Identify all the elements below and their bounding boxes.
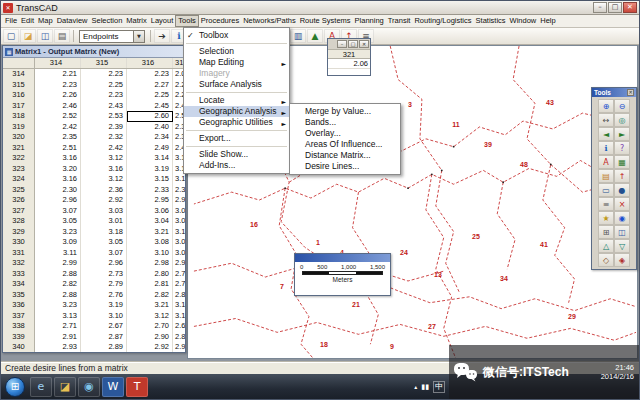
menu-item-slide-show[interactable]: Slide Show... xyxy=(184,149,289,160)
select-region-icon[interactable]: ▭ xyxy=(598,183,614,197)
matrix-cell[interactable]: 2.21 xyxy=(35,69,81,80)
matrix-cell[interactable]: 3.16 xyxy=(35,174,81,185)
network-icon[interactable]: ▮▮ xyxy=(421,383,429,391)
matrix-cell[interactable]: 3.23 xyxy=(35,227,81,238)
matrix-cell[interactable]: 3.19 xyxy=(81,300,127,311)
menu-statistics[interactable]: Statistics xyxy=(474,15,508,27)
matrix-cell[interactable]: 3.14 xyxy=(127,153,173,164)
matrix-cell[interactable]: 2.98 xyxy=(127,258,173,269)
matrix-cell[interactable]: 2.06 xyxy=(328,59,370,69)
matrix-cell[interactable]: 2.96 xyxy=(81,258,127,269)
matrix-cell[interactable]: 2.70 xyxy=(127,321,173,332)
matrix-cell[interactable]: 2.26 xyxy=(35,90,81,101)
matrix-cell[interactable]: 2.82 xyxy=(127,290,173,301)
matrix-cell[interactable]: 3.05 xyxy=(35,216,81,227)
matrix-row-label[interactable]: 334 xyxy=(3,279,35,290)
save-view-icon[interactable]: ◫ xyxy=(614,225,630,239)
language-indicator[interactable]: 中 xyxy=(433,381,445,393)
matrix-cell[interactable]: 2.79 xyxy=(81,279,127,290)
menu-tools[interactable]: Tools xyxy=(175,15,199,27)
menu-matrix[interactable]: Matrix xyxy=(124,15,148,27)
matrix-cell[interactable]: 3.08 xyxy=(173,248,186,259)
matrix-cell[interactable]: 2.91 xyxy=(35,332,81,343)
matrix-cell[interactable]: 2.35 xyxy=(35,132,81,143)
palette-close-icon[interactable]: ✕ xyxy=(627,89,634,96)
menu-item-imagery[interactable]: Imagery xyxy=(184,68,289,79)
minimize-button[interactable]: – xyxy=(593,2,607,13)
down-icon[interactable]: ▽ xyxy=(614,239,630,253)
taskbar-clock[interactable]: 21:46 2014/2/16 xyxy=(601,363,634,381)
matrix-window-titlebar[interactable]: ▦ Matrix1 - Output Matrix (New) xyxy=(3,46,185,58)
tray-chevron-icon[interactable]: ▴ xyxy=(414,383,417,390)
matrix-row-label[interactable]: 326 xyxy=(3,195,35,206)
matrix-row-label[interactable]: 319 xyxy=(3,122,35,133)
matrix-cell[interactable]: 3.06 xyxy=(127,206,173,217)
center-map-icon[interactable]: ◎ xyxy=(614,113,630,127)
tools-palette-titlebar[interactable]: Tools ✕ xyxy=(592,88,636,97)
matrix-row-label[interactable]: 337 xyxy=(3,311,35,322)
matrix-cell[interactable]: 2.87 xyxy=(81,332,127,343)
internet-explorer-icon[interactable]: e xyxy=(30,377,52,397)
matrix-cell[interactable]: 2.32 xyxy=(81,132,127,143)
menu-dataview[interactable]: Dataview xyxy=(55,15,90,27)
matrix-cell[interactable]: 2.34 xyxy=(127,132,173,143)
new-file-icon[interactable]: ▢ xyxy=(3,29,19,43)
measure-icon[interactable]: ≡ xyxy=(598,197,614,211)
matrix-cell[interactable]: 3.10 xyxy=(127,248,173,259)
menu-procedures[interactable]: Procedures xyxy=(199,15,241,27)
matrix-cell[interactable]: 2.42 xyxy=(35,122,81,133)
matrix-cell[interactable]: 3.19 xyxy=(173,227,186,238)
matrix-cell[interactable]: 3.10 xyxy=(173,311,186,322)
menu-route-systems[interactable]: Route Systems xyxy=(298,15,353,27)
delete-icon[interactable]: × xyxy=(614,197,630,211)
close-button[interactable]: ✕ xyxy=(623,2,637,13)
matrix-cell[interactable]: 3.02 xyxy=(173,216,186,227)
matrix-row-label[interactable]: 321 xyxy=(3,143,35,154)
matrix-row-label[interactable]: 317 xyxy=(3,101,35,112)
matrix-row-label[interactable]: 327 xyxy=(3,206,35,217)
matrix-cell[interactable]: 2.89 xyxy=(81,342,127,353)
matrix-row-label[interactable]: 316 xyxy=(3,90,35,101)
partial-matrix-window[interactable]: – □ ✕ 321 2.06 xyxy=(327,38,371,76)
matrix-cell[interactable]: 2.99 xyxy=(35,258,81,269)
label-icon[interactable]: A xyxy=(598,155,614,169)
matrix-cell[interactable]: 2.73 xyxy=(81,269,127,280)
matrix-row-label[interactable]: 339 xyxy=(3,332,35,343)
menu-item-selection[interactable]: Selection xyxy=(184,46,289,57)
matrix-cell[interactable]: 2.33 xyxy=(127,185,173,196)
matrix-row-label[interactable]: 324 xyxy=(3,174,35,185)
chevron-down-icon[interactable]: ▼ xyxy=(133,31,144,42)
matrix-row-label[interactable]: 322 xyxy=(3,153,35,164)
tools-palette[interactable]: Tools ✕ ⊕⊖↔◎◄►ℹ?A▦▤↑▭●≡×★◉⊞◫△▽◇◈ xyxy=(591,87,637,270)
title-bar[interactable]: ✕ TransCAD – □ ✕ xyxy=(1,1,639,15)
zoom-in-icon[interactable]: ⊕ xyxy=(598,99,614,113)
north-arrow-icon[interactable]: ↑ xyxy=(614,169,630,183)
select-point-icon[interactable]: ● xyxy=(614,183,630,197)
matrix-column-header[interactable]: 314 xyxy=(35,58,81,68)
matrix-cell[interactable]: 2.23 xyxy=(81,69,127,80)
print-icon[interactable]: ▤ xyxy=(54,29,70,43)
menu-item-merge-by-value[interactable]: Merge by Value... xyxy=(290,106,400,117)
matrix-cell[interactable]: 2.53 xyxy=(81,111,127,122)
menu-edit[interactable]: Edit xyxy=(19,15,36,27)
matrix-column-header[interactable]: 316 xyxy=(127,58,173,68)
diamond-tool-icon[interactable]: ◇ xyxy=(598,253,614,267)
menu-item-areas-of-influence[interactable]: Areas Of Influence... xyxy=(290,139,400,150)
up-icon[interactable]: △ xyxy=(598,239,614,253)
matrix-window[interactable]: ▦ Matrix1 - Output Matrix (New) 31431531… xyxy=(2,45,186,353)
menu-networks-paths[interactable]: Networks/Paths xyxy=(241,15,298,27)
start-button[interactable]: ⊞ xyxy=(5,377,25,397)
open-folder-icon[interactable]: ◪ xyxy=(20,29,36,43)
legend-icon[interactable]: ▤ xyxy=(598,169,614,183)
matrix-cell[interactable]: 3.12 xyxy=(127,311,173,322)
matrix-cell[interactable]: 2.23 xyxy=(127,69,173,80)
matrix-cell[interactable]: 3.11 xyxy=(35,248,81,259)
matrix-cell[interactable]: 3.01 xyxy=(81,216,127,227)
menu-item-surface-analysis[interactable]: Surface Analysis xyxy=(184,79,289,90)
matrix-cell[interactable]: 3.19 xyxy=(127,164,173,175)
matrix-column-header[interactable]: 315 xyxy=(81,58,127,68)
matrix-cell[interactable]: 2.88 xyxy=(35,290,81,301)
menu-item-geographic-analysis[interactable]: Geographic Analysis► xyxy=(184,106,289,117)
matrix-row-label[interactable]: 336 xyxy=(3,300,35,311)
matrix-row-label[interactable]: 318 xyxy=(3,111,35,122)
